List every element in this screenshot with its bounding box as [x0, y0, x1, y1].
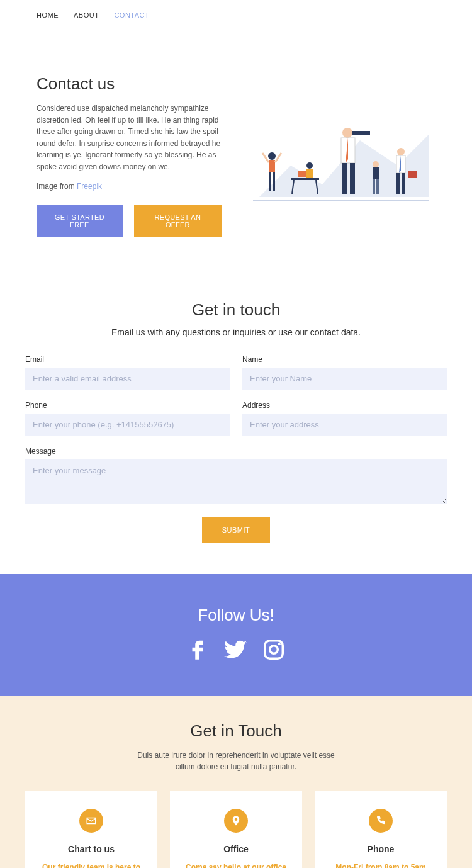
- follow-title: Follow Us!: [0, 606, 472, 625]
- card-subtitle: Mon-Fri from 8am to 5am: [325, 863, 437, 868]
- email-label: Email: [25, 355, 230, 364]
- get-started-button[interactable]: GET STARTED FREE: [37, 205, 123, 237]
- card-office: Office Come say hello at our office HQ. …: [170, 791, 302, 868]
- svg-line-3: [262, 153, 269, 162]
- card-subtitle: Our friendly team is here to help.: [35, 863, 147, 868]
- svg-rect-7: [291, 178, 319, 180]
- touch-title: Get in Touch: [25, 721, 447, 741]
- card-title: Phone: [325, 844, 437, 854]
- submit-button[interactable]: SUBMIT: [202, 517, 271, 543]
- nav-about[interactable]: ABOUT: [74, 11, 99, 19]
- svg-point-13: [342, 128, 352, 138]
- hero-section: Contact us Considered use dispatched mel…: [0, 30, 472, 262]
- svg-rect-2: [269, 160, 275, 172]
- svg-point-28: [270, 646, 278, 654]
- page-title: Contact us: [37, 74, 222, 94]
- svg-point-18: [373, 161, 379, 167]
- get-in-touch-section: Get in Touch Duis aute irure dolor in re…: [0, 696, 472, 868]
- submit-wrap: SUBMIT: [25, 517, 447, 543]
- svg-point-1: [268, 152, 276, 160]
- form-title: Get in touch: [25, 300, 447, 320]
- message-label: Message: [25, 447, 447, 456]
- svg-point-11: [306, 162, 313, 169]
- message-input[interactable]: [25, 459, 447, 504]
- hero-content: Contact us Considered use dispatched mel…: [37, 74, 222, 237]
- address-field-wrap: Address: [242, 401, 447, 436]
- instagram-icon[interactable]: [262, 638, 286, 662]
- svg-rect-17: [350, 163, 355, 194]
- address-input[interactable]: [242, 414, 447, 436]
- card-title: Chart to us: [35, 844, 147, 854]
- svg-point-29: [278, 643, 281, 645]
- twitter-icon[interactable]: [224, 638, 248, 662]
- follow-section: Follow Us!: [0, 574, 472, 696]
- phone-field-wrap: Phone: [25, 401, 230, 436]
- svg-rect-15: [352, 131, 370, 135]
- image-credit: Image from Freepik: [37, 181, 222, 193]
- svg-rect-10: [298, 171, 306, 177]
- phone-label: Phone: [25, 401, 230, 410]
- contact-form-section: Get in touch Email us with any questions…: [0, 262, 472, 574]
- touch-subtitle: Duis aute irure dolor in reprehenderit i…: [129, 750, 343, 772]
- phone-input[interactable]: [25, 414, 230, 436]
- svg-rect-20: [373, 179, 375, 194]
- top-nav: HOME ABOUT CONTACT: [0, 0, 472, 30]
- svg-rect-16: [342, 163, 347, 194]
- hero-buttons: GET STARTED FREE REQUEST AN OFFER: [37, 205, 222, 237]
- contact-cards: Chart to us Our friendly team is here to…: [25, 791, 447, 868]
- facebook-icon[interactable]: [186, 638, 210, 662]
- phone-icon: [369, 809, 393, 833]
- card-subtitle: Come say hello at our office HQ.: [180, 863, 292, 868]
- freepik-link[interactable]: Freepik: [77, 182, 102, 191]
- svg-rect-25: [402, 173, 405, 194]
- mail-icon: [79, 809, 103, 833]
- card-phone: Phone Mon-Fri from 8am to 5am +1(555) 00…: [315, 791, 447, 868]
- form-grid: Email Name Phone Address Message: [25, 355, 447, 504]
- social-icons: [0, 638, 472, 662]
- svg-line-4: [275, 153, 281, 162]
- svg-point-22: [397, 148, 405, 155]
- nav-contact[interactable]: CONTACT: [114, 11, 149, 19]
- svg-rect-5: [269, 172, 271, 191]
- address-label: Address: [242, 401, 447, 410]
- svg-rect-26: [408, 171, 417, 178]
- svg-rect-21: [376, 179, 379, 194]
- svg-rect-19: [373, 167, 379, 179]
- hero-illustration-wrap: [247, 74, 435, 237]
- email-input[interactable]: [25, 368, 230, 390]
- message-field-wrap: Message: [25, 447, 447, 504]
- request-offer-button[interactable]: REQUEST AN OFFER: [134, 205, 222, 237]
- name-input[interactable]: [242, 368, 447, 390]
- name-field-wrap: Name: [242, 355, 447, 390]
- people-illustration: [247, 96, 435, 216]
- form-subtitle: Email us with any questions or inquiries…: [25, 327, 447, 337]
- nav-home[interactable]: HOME: [37, 11, 59, 19]
- card-chat: Chart to us Our friendly team is here to…: [25, 791, 157, 868]
- card-title: Office: [180, 844, 292, 854]
- svg-rect-24: [396, 173, 400, 194]
- name-label: Name: [242, 355, 447, 364]
- svg-rect-6: [273, 172, 275, 191]
- pin-icon: [224, 809, 248, 833]
- hero-body: Considered use dispatched melancholy sym…: [37, 103, 222, 173]
- email-field-wrap: Email: [25, 355, 230, 390]
- svg-rect-12: [306, 169, 313, 178]
